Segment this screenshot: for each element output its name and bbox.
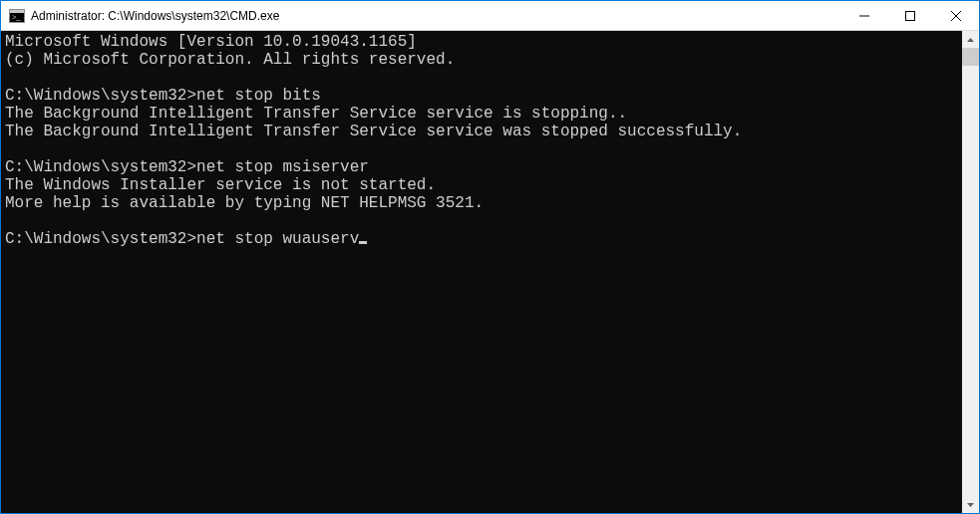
minimize-button[interactable] bbox=[841, 1, 887, 31]
scroll-up-button[interactable] bbox=[962, 31, 979, 48]
prompt: C:\Windows\system32> bbox=[5, 87, 196, 105]
console-output[interactable]: Microsoft Windows [Version 10.0.19043.11… bbox=[1, 31, 962, 513]
vertical-scrollbar[interactable] bbox=[962, 31, 979, 513]
scrollbar-track[interactable] bbox=[962, 48, 979, 496]
command-text: net stop msiserver bbox=[196, 158, 369, 176]
cmd-icon: >_ bbox=[9, 8, 25, 24]
copyright-line: (c) Microsoft Corporation. All rights re… bbox=[5, 51, 962, 69]
output-line: The Background Intelligent Transfer Serv… bbox=[5, 123, 962, 140]
current-cmd-line: C:\Windows\system32>net stop wuauserv bbox=[5, 230, 962, 248]
scroll-down-button[interactable] bbox=[962, 496, 979, 513]
titlebar[interactable]: >_ Administrator: C:\Windows\system32\CM… bbox=[1, 1, 979, 31]
version-line: Microsoft Windows [Version 10.0.19043.11… bbox=[5, 33, 962, 51]
svg-marker-8 bbox=[967, 503, 974, 507]
output-line: The Windows Installer service is not sta… bbox=[5, 176, 962, 194]
cursor bbox=[359, 241, 367, 244]
close-button[interactable] bbox=[933, 1, 979, 31]
maximize-button[interactable] bbox=[887, 1, 933, 31]
output-line: More help is available by typing NET HEL… bbox=[5, 194, 962, 212]
cmd-window: >_ Administrator: C:\Windows\system32\CM… bbox=[1, 1, 979, 513]
current-command-text: net stop wuauserv bbox=[196, 230, 359, 248]
window-title: Administrator: C:\Windows\system32\CMD.e… bbox=[31, 9, 279, 23]
command-text: net stop bits bbox=[196, 87, 321, 105]
output-line: The Background Intelligent Transfer Serv… bbox=[5, 105, 962, 123]
svg-text:>_: >_ bbox=[12, 13, 22, 22]
svg-rect-4 bbox=[906, 11, 915, 20]
scrollbar-thumb[interactable] bbox=[962, 48, 979, 66]
console-area: Microsoft Windows [Version 10.0.19043.11… bbox=[1, 31, 979, 513]
prompt: C:\Windows\system32> bbox=[5, 230, 196, 248]
prompt: C:\Windows\system32> bbox=[5, 158, 196, 176]
cmd-line: C:\Windows\system32>net stop msiserver bbox=[5, 158, 962, 176]
svg-marker-7 bbox=[967, 38, 974, 42]
cmd-line: C:\Windows\system32>net stop bits bbox=[5, 87, 962, 105]
